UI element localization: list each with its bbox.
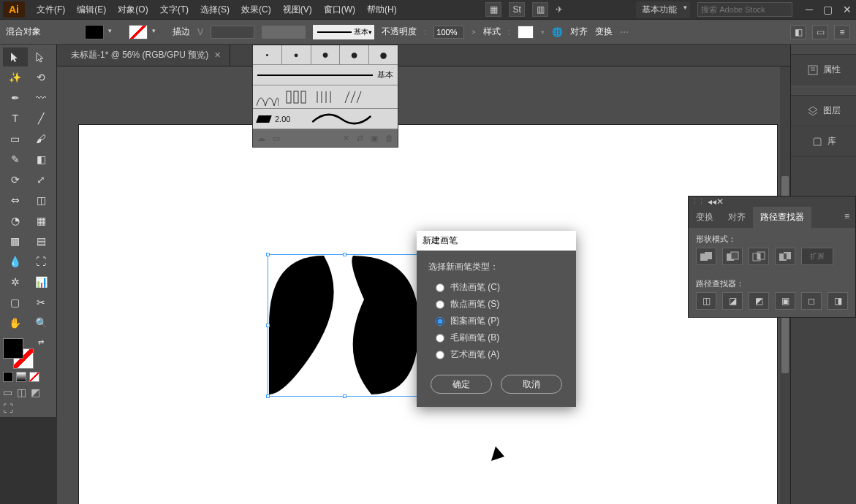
divide-icon[interactable]: ◫ bbox=[696, 292, 716, 310]
blend-tool[interactable]: ⛶ bbox=[29, 252, 54, 271]
brushes-panel[interactable]: •●●●● 基本 2.00 ☁ ▭ ✕ ⇄ ▣ 🗑 bbox=[252, 45, 398, 148]
delete-brush-icon[interactable]: 🗑 bbox=[385, 134, 393, 143]
expand-button[interactable]: 扩展 bbox=[801, 248, 833, 265]
menu-view[interactable]: 视图(V) bbox=[277, 1, 318, 19]
draw-normal-icon[interactable]: ▭ bbox=[3, 386, 12, 398]
menu-object[interactable]: 对象(O) bbox=[112, 1, 154, 19]
artboard-tool[interactable]: ▢ bbox=[3, 293, 28, 312]
free-transform-tool[interactable]: ◫ bbox=[29, 191, 54, 210]
hand-tool[interactable]: ✋ bbox=[3, 313, 28, 332]
minus-back-icon[interactable]: ◨ bbox=[827, 292, 848, 310]
maximize-button[interactable]: ▢ bbox=[823, 4, 833, 15]
brush-lib-menu-icon[interactable]: ▭ bbox=[273, 134, 280, 143]
direct-selection-tool[interactable] bbox=[29, 47, 54, 66]
exclude-icon[interactable] bbox=[775, 248, 795, 265]
menu-icon[interactable]: ≡ bbox=[834, 25, 850, 39]
selection-tool[interactable] bbox=[3, 47, 28, 66]
brush-thickness-row[interactable]: 2.00 bbox=[253, 109, 398, 129]
radio-bristle[interactable]: 毛刷画笔 (B) bbox=[428, 329, 564, 346]
rectangle-tool[interactable]: ▭ bbox=[3, 129, 28, 148]
minimize-button[interactable]: ─ bbox=[806, 4, 813, 15]
brush-basic[interactable]: 基本 bbox=[253, 65, 398, 85]
more-icon[interactable]: ⋯ bbox=[620, 27, 629, 37]
width-tool[interactable]: ⇔ bbox=[3, 191, 28, 210]
slice-tool[interactable]: ✂ bbox=[29, 293, 54, 312]
panel-menu-icon[interactable]: ≡ bbox=[838, 207, 855, 228]
color-mode-none[interactable] bbox=[29, 372, 39, 382]
transform-link[interactable]: 变换 bbox=[595, 26, 613, 38]
tab-pathfinder[interactable]: 路径查找器 bbox=[753, 207, 811, 228]
mesh-tool[interactable]: ▩ bbox=[3, 232, 28, 251]
opacity-input[interactable] bbox=[433, 26, 464, 39]
menu-select[interactable]: 选择(S) bbox=[194, 1, 235, 19]
color-mode-gradient[interactable] bbox=[16, 372, 26, 382]
brush-libraries-icon[interactable]: ☁ bbox=[257, 134, 265, 143]
brush-row-calligraphic[interactable]: •●●●● bbox=[253, 45, 398, 65]
perspective-tool[interactable]: ▦ bbox=[29, 211, 54, 230]
close-button[interactable]: ✕ bbox=[843, 4, 852, 15]
style-swatch[interactable] bbox=[518, 26, 534, 39]
arrange-docs-icon[interactable]: ▥ bbox=[532, 2, 548, 17]
shape-builder-tool[interactable]: ◔ bbox=[3, 211, 28, 230]
workspace-dropdown[interactable]: 基本功能 bbox=[636, 1, 690, 18]
pen-tool[interactable]: ✒ bbox=[3, 88, 28, 107]
stroke-weight-input[interactable] bbox=[211, 26, 254, 39]
zoom-tool[interactable]: 🔍 bbox=[29, 313, 54, 332]
eyedropper-tool[interactable]: 💧 bbox=[3, 252, 28, 271]
ok-button[interactable]: 确定 bbox=[431, 375, 492, 394]
dock-grip[interactable] bbox=[791, 45, 856, 55]
document-tab[interactable]: 未标题-1* @ 56% (RGB/GPU 预览) ✕ bbox=[62, 45, 230, 66]
draw-behind-icon[interactable]: ◫ bbox=[17, 386, 26, 398]
menu-file[interactable]: 文件(F) bbox=[31, 1, 71, 19]
rotate-tool[interactable]: ⟳ bbox=[3, 170, 28, 189]
isolate-icon[interactable]: ◧ bbox=[790, 25, 806, 39]
stock-icon[interactable]: St bbox=[509, 2, 525, 17]
unite-icon[interactable] bbox=[696, 248, 716, 265]
trim-icon[interactable]: ◪ bbox=[722, 292, 743, 310]
menu-window[interactable]: 窗口(W) bbox=[318, 1, 361, 19]
magic-wand-tool[interactable]: ✨ bbox=[3, 68, 28, 87]
radio-scatter[interactable]: 散点画笔 (S) bbox=[428, 296, 564, 313]
panel-libraries[interactable]: 库 bbox=[791, 126, 856, 157]
eraser-tool[interactable]: ◧ bbox=[29, 150, 54, 169]
fill-box[interactable] bbox=[3, 338, 23, 359]
lasso-tool[interactable]: ⟲ bbox=[29, 68, 54, 87]
draw-inside-icon[interactable]: ◩ bbox=[31, 386, 40, 398]
radio-calligraphic[interactable]: 书法画笔 (C) bbox=[428, 279, 564, 296]
graph-tool[interactable]: 📊 bbox=[29, 272, 54, 291]
cancel-button[interactable]: 取消 bbox=[501, 375, 562, 394]
align-link[interactable]: 对齐 bbox=[570, 26, 588, 38]
shaper-tool[interactable]: ✎ bbox=[3, 150, 28, 169]
menu-effect[interactable]: 效果(C) bbox=[235, 1, 277, 19]
tab-transform[interactable]: 变换 bbox=[689, 207, 721, 228]
bridge-icon[interactable]: ▦ bbox=[485, 2, 501, 17]
merge-icon[interactable]: ◩ bbox=[749, 292, 769, 310]
screen-mode-icon[interactable]: ⛶ bbox=[3, 402, 13, 414]
new-brush-icon[interactable]: ▣ bbox=[371, 134, 378, 143]
panel-properties[interactable]: 属性 bbox=[791, 55, 856, 85]
fill-stroke-control[interactable]: ⇄ bbox=[3, 338, 34, 369]
symbol-sprayer-tool[interactable]: ✲ bbox=[3, 272, 28, 291]
curvature-tool[interactable]: 〰 bbox=[29, 88, 54, 107]
menu-help[interactable]: 帮助(H) bbox=[361, 1, 403, 19]
intersect-icon[interactable] bbox=[749, 248, 769, 265]
pf-close-icon[interactable]: ✕ bbox=[716, 196, 724, 207]
brush-def-dropdown[interactable]: 基本▾ bbox=[313, 25, 374, 39]
gpu-icon[interactable]: ✈ bbox=[556, 4, 563, 15]
crop-icon[interactable]: ▣ bbox=[775, 292, 795, 310]
menu-edit[interactable]: 编辑(E) bbox=[71, 1, 112, 19]
color-mode-solid[interactable] bbox=[3, 372, 13, 382]
radio-pattern[interactable]: 图案画笔 (P) bbox=[428, 313, 564, 329]
remove-brush-icon[interactable]: ✕ bbox=[343, 134, 349, 143]
menu-type[interactable]: 文字(T) bbox=[154, 1, 194, 19]
collapse-icon[interactable]: ◂◂ bbox=[708, 196, 716, 207]
tab-align[interactable]: 对齐 bbox=[721, 207, 753, 228]
options-brush-icon[interactable]: ⇄ bbox=[357, 134, 363, 143]
type-tool[interactable]: T bbox=[3, 109, 28, 128]
radio-art[interactable]: 艺术画笔 (A) bbox=[428, 346, 564, 363]
swap-icon[interactable]: ⇄ bbox=[38, 338, 44, 346]
brush-pattern-row[interactable] bbox=[253, 85, 398, 109]
minus-front-icon[interactable] bbox=[722, 248, 743, 265]
var-width-dropdown[interactable] bbox=[262, 26, 306, 39]
line-tool[interactable]: ╱ bbox=[29, 109, 54, 128]
